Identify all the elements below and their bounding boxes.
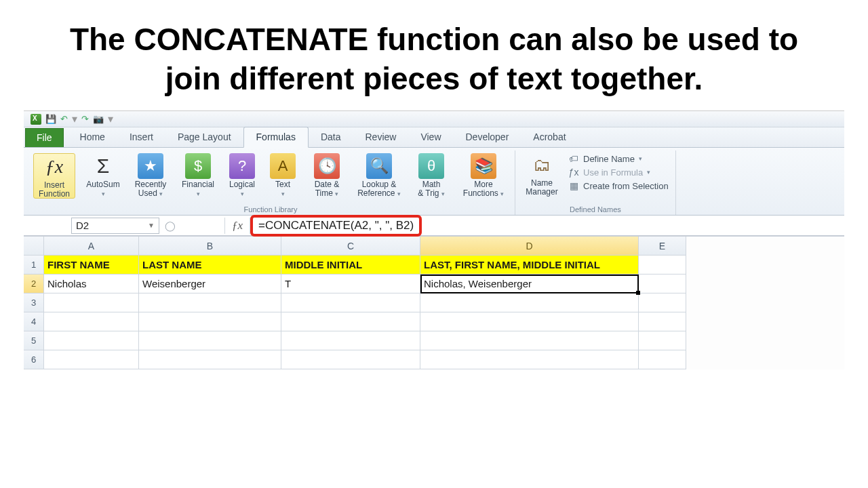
col-header-b[interactable]: B (139, 237, 281, 256)
cell-e6[interactable] (639, 350, 686, 369)
col-header-a[interactable]: A (44, 237, 139, 256)
cell-a3[interactable] (44, 293, 139, 312)
cell-c2[interactable]: T (281, 274, 420, 293)
name-box[interactable]: D2 ▼ (71, 218, 159, 234)
grid-icon: ▦ (568, 180, 579, 191)
save-icon[interactable]: 💾 (45, 114, 56, 124)
sigma-icon: Σ (90, 153, 116, 179)
tab-formulas[interactable]: Formulas (243, 127, 309, 148)
row-header-5[interactable]: 5 (24, 331, 44, 350)
tab-developer[interactable]: Developer (454, 127, 521, 147)
cell-d6[interactable] (420, 350, 639, 369)
file-tab[interactable]: File (25, 128, 64, 147)
book-icon: ? (229, 153, 255, 179)
cell-c6[interactable] (281, 350, 420, 369)
cell-e2[interactable] (639, 274, 686, 293)
book-icon: θ (418, 153, 444, 179)
ribbon-tabs: File Home Insert Page Layout Formulas Da… (24, 127, 844, 148)
excel-window: 💾 ↶ ▾ ↷ 📷 ▾ File Home Insert Page Layout… (24, 110, 844, 369)
text-button[interactable]: A Text▾ (267, 153, 299, 197)
tab-data[interactable]: Data (309, 127, 353, 147)
insert-function-button[interactable]: ƒx Insert Function (33, 153, 75, 199)
group-defined-names: Defined Names (515, 205, 675, 214)
book-icon: A (270, 153, 296, 179)
cell-d2[interactable]: Nicholas, Weisenberger (420, 274, 639, 293)
cell-e1[interactable] (639, 256, 686, 274)
row-header-3[interactable]: 3 (24, 293, 44, 312)
math-trig-button[interactable]: θ Math & Trig ▾ (412, 153, 451, 197)
lookup-reference-button[interactable]: 🔍 Lookup & Reference ▾ (355, 153, 403, 197)
define-name-button[interactable]: 🏷 Define Name ▾ (568, 153, 669, 164)
formula-bar-buttons: ◯ (165, 220, 176, 231)
name-box-value: D2 (76, 220, 89, 231)
use-in-formula-button[interactable]: ƒx Use in Formula ▾ (568, 167, 669, 178)
cell-c3[interactable] (281, 293, 420, 312)
cell-b4[interactable] (139, 312, 281, 331)
more-functions-button[interactable]: 📚 More Functions ▾ (459, 153, 508, 197)
tab-home[interactable]: Home (68, 127, 117, 147)
name-manager-icon: 🗂 (529, 152, 555, 178)
fx-mini-icon: ƒx (568, 167, 579, 178)
circle-icon: ◯ (165, 220, 176, 231)
cell-c4[interactable] (281, 312, 420, 331)
cell-a2[interactable]: Nicholas (44, 274, 139, 293)
recently-used-button[interactable]: ★ Recently Used ▾ (131, 153, 170, 197)
tab-insert[interactable]: Insert (117, 127, 165, 147)
cell-a6[interactable] (44, 350, 139, 369)
chevron-down-icon[interactable]: ▼ (148, 222, 155, 229)
book-icon: 📚 (471, 153, 496, 179)
quick-access-toolbar: 💾 ↶ ▾ ↷ 📷 ▾ (24, 111, 844, 127)
col-header-d[interactable]: D (420, 237, 639, 256)
cell-c5[interactable] (281, 331, 420, 350)
cell-a1[interactable]: FIRST NAME (44, 256, 139, 274)
slide-headline: The CONCATENATE function can also be use… (24, 20, 844, 110)
redo-icon[interactable]: ↷ (81, 114, 89, 124)
cell-b1[interactable]: LAST NAME (139, 256, 281, 274)
cell-e4[interactable] (639, 312, 686, 331)
tab-acrobat[interactable]: Acrobat (521, 127, 578, 147)
qat-separator: ▾ (72, 113, 77, 125)
cell-b3[interactable] (139, 293, 281, 312)
select-all-corner[interactable] (24, 237, 44, 256)
qat-dropdown-icon[interactable]: ▾ (108, 113, 113, 125)
fx-label-icon[interactable]: ƒx (224, 218, 250, 234)
book-icon: 🕓 (314, 153, 340, 179)
cell-d5[interactable] (420, 331, 639, 350)
book-icon: $ (185, 153, 211, 179)
formula-bar-input[interactable]: =CONCATENATE(A2, ", ", B2) (250, 215, 422, 237)
cell-b6[interactable] (139, 350, 281, 369)
cell-c1[interactable]: MIDDLE INITIAL (281, 256, 420, 274)
undo-icon[interactable]: ↶ (60, 114, 68, 124)
formula-bar-row: D2 ▼ ◯ ƒx =CONCATENATE(A2, ", ", B2) (24, 216, 844, 236)
worksheet-grid[interactable]: A B C D E 1 FIRST NAME LAST NAME MIDDLE … (24, 236, 844, 369)
cell-d3[interactable] (420, 293, 639, 312)
name-manager-button[interactable]: 🗂 Name Manager (522, 152, 561, 196)
cell-a4[interactable] (44, 312, 139, 331)
tab-review[interactable]: Review (353, 127, 409, 147)
col-header-c[interactable]: C (281, 237, 420, 256)
camera-icon[interactable]: 📷 (93, 114, 104, 124)
autosum-button[interactable]: Σ AutoSum▾ (83, 153, 123, 197)
row-header-2[interactable]: 2 (24, 274, 44, 293)
cell-b5[interactable] (139, 331, 281, 350)
group-function-library: Function Library (26, 205, 515, 214)
cell-d4[interactable] (420, 312, 639, 331)
cell-b2[interactable]: Weisenberger (139, 274, 281, 293)
row-header-1[interactable]: 1 (24, 256, 44, 274)
book-icon: 🔍 (366, 153, 392, 179)
tab-page-layout[interactable]: Page Layout (165, 127, 243, 147)
logical-button[interactable]: ? Logical▾ (226, 153, 258, 197)
book-icon: ★ (138, 153, 163, 179)
row-header-4[interactable]: 4 (24, 312, 44, 331)
financial-button[interactable]: $ Financial▾ (178, 153, 218, 197)
cell-d1[interactable]: LAST, FIRST NAME, MIDDLE INITIAL (420, 256, 639, 274)
tab-view[interactable]: View (408, 127, 453, 147)
date-time-button[interactable]: 🕓 Date & Time ▾ (307, 153, 347, 197)
cell-e5[interactable] (639, 331, 686, 350)
ribbon-body: ƒx Insert Function Σ AutoSum▾ ★ Recently… (24, 148, 844, 216)
row-header-6[interactable]: 6 (24, 350, 44, 369)
cell-a5[interactable] (44, 331, 139, 350)
col-header-e[interactable]: E (639, 237, 686, 256)
cell-e3[interactable] (639, 293, 686, 312)
create-from-selection-button[interactable]: ▦ Create from Selection (568, 180, 669, 191)
